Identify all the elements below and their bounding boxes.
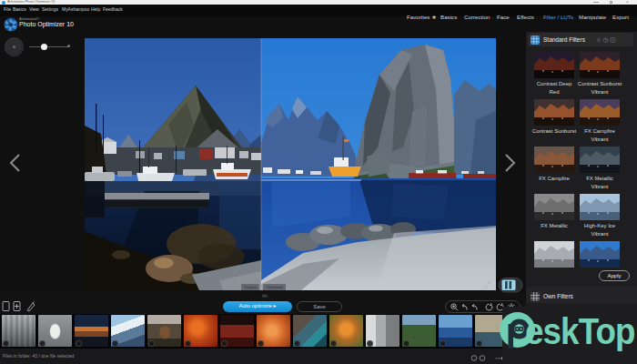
svg-text:Optimized: Optimized	[266, 285, 282, 289]
svg-text:Original: Original	[244, 285, 257, 289]
